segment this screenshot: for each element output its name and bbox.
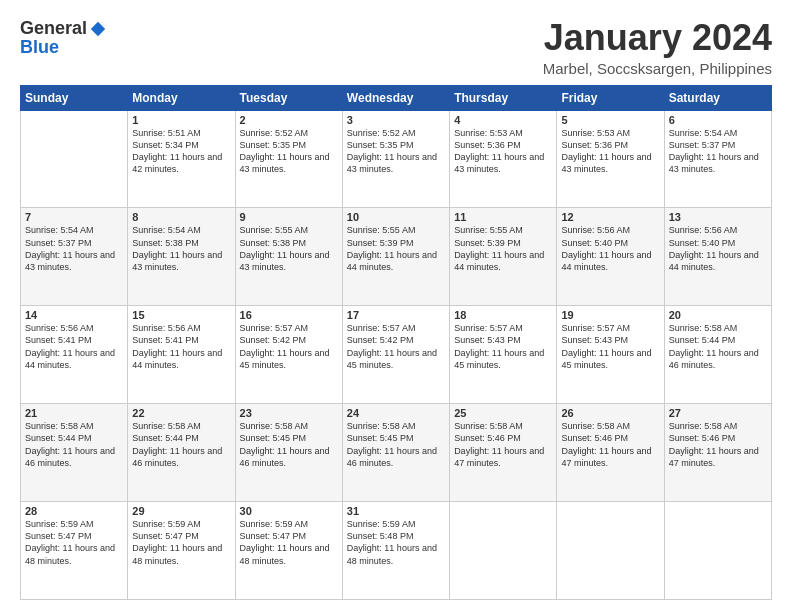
calendar-cell: 5 Sunrise: 5:53 AM Sunset: 5:36 PM Dayli… xyxy=(557,110,664,208)
day-number: 25 xyxy=(454,407,552,419)
day-number: 27 xyxy=(669,407,767,419)
calendar-cell: 17 Sunrise: 5:57 AM Sunset: 5:42 PM Dayl… xyxy=(342,306,449,404)
cell-sunset: Sunset: 5:44 PM xyxy=(25,433,92,443)
day-number: 12 xyxy=(561,211,659,223)
cell-daylight: Daylight: 11 hours and 43 minutes. xyxy=(240,152,330,174)
svg-marker-0 xyxy=(91,21,105,35)
cell-sunrise: Sunrise: 5:58 AM xyxy=(454,421,523,431)
cell-sunset: Sunset: 5:42 PM xyxy=(347,335,414,345)
cell-sunset: Sunset: 5:40 PM xyxy=(669,238,736,248)
day-number: 23 xyxy=(240,407,338,419)
calendar-cell: 15 Sunrise: 5:56 AM Sunset: 5:41 PM Dayl… xyxy=(128,306,235,404)
cell-sunrise: Sunrise: 5:52 AM xyxy=(240,128,309,138)
day-number: 2 xyxy=(240,114,338,126)
calendar-cell: 28 Sunrise: 5:59 AM Sunset: 5:47 PM Dayl… xyxy=(21,502,128,600)
cell-sunset: Sunset: 5:36 PM xyxy=(561,140,628,150)
day-number: 15 xyxy=(132,309,230,321)
logo-general-text: General xyxy=(20,18,87,39)
cell-sunrise: Sunrise: 5:59 AM xyxy=(347,519,416,529)
cell-daylight: Daylight: 11 hours and 44 minutes. xyxy=(347,250,437,272)
calendar-cell: 25 Sunrise: 5:58 AM Sunset: 5:46 PM Dayl… xyxy=(450,404,557,502)
cell-sunrise: Sunrise: 5:57 AM xyxy=(347,323,416,333)
cell-sunrise: Sunrise: 5:54 AM xyxy=(669,128,738,138)
cell-sunset: Sunset: 5:46 PM xyxy=(669,433,736,443)
cell-sunrise: Sunrise: 5:58 AM xyxy=(561,421,630,431)
day-number: 6 xyxy=(669,114,767,126)
cell-sunset: Sunset: 5:37 PM xyxy=(669,140,736,150)
day-number: 29 xyxy=(132,505,230,517)
calendar-cell: 26 Sunrise: 5:58 AM Sunset: 5:46 PM Dayl… xyxy=(557,404,664,502)
cell-sunrise: Sunrise: 5:59 AM xyxy=(132,519,201,529)
calendar-cell: 21 Sunrise: 5:58 AM Sunset: 5:44 PM Dayl… xyxy=(21,404,128,502)
cell-sunset: Sunset: 5:41 PM xyxy=(132,335,199,345)
cell-daylight: Daylight: 11 hours and 43 minutes. xyxy=(561,152,651,174)
cell-daylight: Daylight: 11 hours and 47 minutes. xyxy=(454,446,544,468)
cell-sunrise: Sunrise: 5:58 AM xyxy=(132,421,201,431)
cell-daylight: Daylight: 11 hours and 44 minutes. xyxy=(561,250,651,272)
day-number: 8 xyxy=(132,211,230,223)
cell-sunrise: Sunrise: 5:56 AM xyxy=(25,323,94,333)
cell-daylight: Daylight: 11 hours and 47 minutes. xyxy=(561,446,651,468)
cell-daylight: Daylight: 11 hours and 42 minutes. xyxy=(132,152,222,174)
calendar-header: SundayMondayTuesdayWednesdayThursdayFrid… xyxy=(21,85,772,110)
day-number: 31 xyxy=(347,505,445,517)
header-day-friday: Friday xyxy=(557,85,664,110)
cell-sunset: Sunset: 5:38 PM xyxy=(132,238,199,248)
calendar-week-5: 28 Sunrise: 5:59 AM Sunset: 5:47 PM Dayl… xyxy=(21,502,772,600)
cell-daylight: Daylight: 11 hours and 44 minutes. xyxy=(669,250,759,272)
calendar-cell: 23 Sunrise: 5:58 AM Sunset: 5:45 PM Dayl… xyxy=(235,404,342,502)
day-number: 28 xyxy=(25,505,123,517)
cell-daylight: Daylight: 11 hours and 45 minutes. xyxy=(240,348,330,370)
month-title: January 2024 xyxy=(543,18,772,58)
cell-daylight: Daylight: 11 hours and 44 minutes. xyxy=(132,348,222,370)
cell-daylight: Daylight: 11 hours and 43 minutes. xyxy=(347,152,437,174)
cell-sunset: Sunset: 5:46 PM xyxy=(561,433,628,443)
cell-sunset: Sunset: 5:48 PM xyxy=(347,531,414,541)
cell-sunrise: Sunrise: 5:58 AM xyxy=(669,323,738,333)
calendar-cell: 9 Sunrise: 5:55 AM Sunset: 5:38 PM Dayli… xyxy=(235,208,342,306)
cell-sunset: Sunset: 5:40 PM xyxy=(561,238,628,248)
cell-daylight: Daylight: 11 hours and 43 minutes. xyxy=(240,250,330,272)
cell-sunrise: Sunrise: 5:56 AM xyxy=(132,323,201,333)
cell-sunset: Sunset: 5:44 PM xyxy=(132,433,199,443)
cell-sunrise: Sunrise: 5:51 AM xyxy=(132,128,201,138)
cell-sunrise: Sunrise: 5:52 AM xyxy=(347,128,416,138)
cell-daylight: Daylight: 11 hours and 48 minutes. xyxy=(132,543,222,565)
title-block: January 2024 Marbel, Soccsksargen, Phili… xyxy=(543,18,772,77)
cell-daylight: Daylight: 11 hours and 43 minutes. xyxy=(454,152,544,174)
cell-sunset: Sunset: 5:42 PM xyxy=(240,335,307,345)
calendar-page: General Blue January 2024 Marbel, Soccsk… xyxy=(0,0,792,612)
cell-sunset: Sunset: 5:34 PM xyxy=(132,140,199,150)
cell-daylight: Daylight: 11 hours and 44 minutes. xyxy=(454,250,544,272)
cell-daylight: Daylight: 11 hours and 46 minutes. xyxy=(669,348,759,370)
cell-sunrise: Sunrise: 5:59 AM xyxy=(25,519,94,529)
cell-sunset: Sunset: 5:36 PM xyxy=(454,140,521,150)
day-number: 16 xyxy=(240,309,338,321)
cell-daylight: Daylight: 11 hours and 48 minutes. xyxy=(240,543,330,565)
header-day-thursday: Thursday xyxy=(450,85,557,110)
cell-daylight: Daylight: 11 hours and 45 minutes. xyxy=(347,348,437,370)
day-number: 10 xyxy=(347,211,445,223)
cell-sunrise: Sunrise: 5:58 AM xyxy=(25,421,94,431)
cell-sunset: Sunset: 5:39 PM xyxy=(454,238,521,248)
calendar-cell: 4 Sunrise: 5:53 AM Sunset: 5:36 PM Dayli… xyxy=(450,110,557,208)
calendar-cell: 24 Sunrise: 5:58 AM Sunset: 5:45 PM Dayl… xyxy=(342,404,449,502)
day-number: 7 xyxy=(25,211,123,223)
cell-sunset: Sunset: 5:46 PM xyxy=(454,433,521,443)
cell-sunrise: Sunrise: 5:57 AM xyxy=(240,323,309,333)
day-number: 18 xyxy=(454,309,552,321)
calendar-cell: 19 Sunrise: 5:57 AM Sunset: 5:43 PM Dayl… xyxy=(557,306,664,404)
calendar-cell: 31 Sunrise: 5:59 AM Sunset: 5:48 PM Dayl… xyxy=(342,502,449,600)
cell-sunrise: Sunrise: 5:53 AM xyxy=(454,128,523,138)
calendar-week-1: 1 Sunrise: 5:51 AM Sunset: 5:34 PM Dayli… xyxy=(21,110,772,208)
cell-daylight: Daylight: 11 hours and 43 minutes. xyxy=(669,152,759,174)
cell-sunrise: Sunrise: 5:56 AM xyxy=(669,225,738,235)
cell-sunset: Sunset: 5:45 PM xyxy=(347,433,414,443)
day-number: 24 xyxy=(347,407,445,419)
day-number: 9 xyxy=(240,211,338,223)
day-number: 14 xyxy=(25,309,123,321)
calendar-cell: 7 Sunrise: 5:54 AM Sunset: 5:37 PM Dayli… xyxy=(21,208,128,306)
day-number: 13 xyxy=(669,211,767,223)
calendar-body: 1 Sunrise: 5:51 AM Sunset: 5:34 PM Dayli… xyxy=(21,110,772,599)
cell-sunrise: Sunrise: 5:53 AM xyxy=(561,128,630,138)
